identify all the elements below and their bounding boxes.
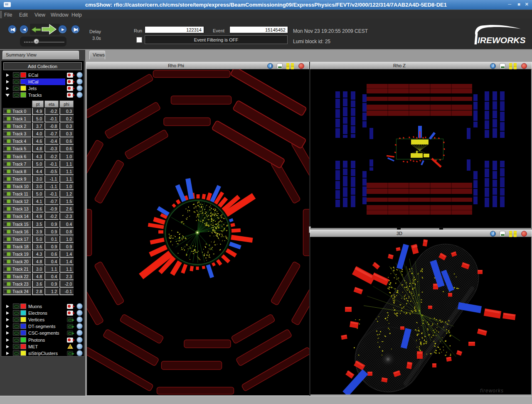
svg-text:IREWORKS: IREWORKS <box>478 35 526 45</box>
svg-text:fireworks: fireworks <box>480 388 504 394</box>
